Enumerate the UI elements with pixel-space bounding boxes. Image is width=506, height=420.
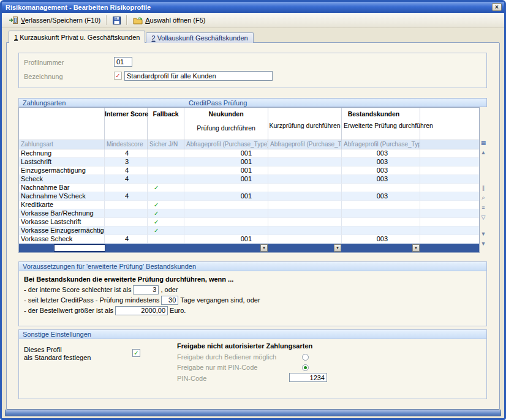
cell-fallback[interactable]: ✓ [148,218,184,227]
cell-fallback[interactable]: ✓ [148,184,184,192]
scroll-up-icon[interactable]: ▲ [480,149,487,156]
table-row[interactable]: Nachnahme Bar✓ [19,184,479,192]
column-header-interner-score[interactable]: Interner Score [105,108,148,140]
column-header-neukunden[interactable]: Neukunden Prüfung durchführen [184,108,268,140]
caption-abfrageprofil-erweitert[interactable]: Abfrageprofil (Purchase_Type) [342,140,420,149]
cell-fallback[interactable] [148,175,184,184]
option-bediener-radio[interactable] [302,354,309,361]
cell-filler[interactable] [420,192,479,201]
cell-kurz[interactable] [268,209,342,218]
cell-kurz[interactable] [268,175,342,184]
cell-kurz[interactable] [268,192,342,201]
cell-kurz[interactable] [268,158,342,167]
table-row[interactable]: Vorkasse Scheck4001003 [19,235,479,244]
bezeichnung-input[interactable] [124,71,273,81]
open-selection-button[interactable]: Auswahl öffnen (F5) [129,14,209,26]
cell-fallback[interactable]: ✓ [148,201,184,209]
cell-kurz[interactable] [268,227,342,235]
cell-fallback[interactable]: ✓ [148,209,184,218]
cell-zahlungsart[interactable]: Nachnahme VScheck [19,192,105,201]
table-row[interactable]: Kreditkarte✓ [19,201,479,209]
cell-erweitert[interactable] [342,227,420,235]
pin-code-input[interactable] [289,373,327,382]
cell-neukunden[interactable] [184,201,268,209]
cell-mindestscore[interactable]: 4 [105,175,148,184]
cell-erweitert[interactable]: 003 [342,235,420,244]
caption-sicher-jn[interactable]: Sicher J/N [148,140,184,149]
cell-zahlungsart[interactable]: Nachnahme Bar [19,184,105,192]
cell-neukunden[interactable] [184,227,268,235]
cell-zahlungsart[interactable]: Lastschrift [19,158,105,167]
purchase-type-dropdown-kurz[interactable]: ▼ [334,244,341,252]
cell-filler[interactable] [420,235,479,244]
columns-icon[interactable]: ∥ [480,184,487,192]
table-row[interactable]: Rechnung4001003 [19,149,479,158]
cell-kurz[interactable] [268,218,342,227]
cell-filler[interactable] [420,227,479,235]
search-icon[interactable]: ⌕ [480,194,487,201]
cell-neukunden[interactable] [184,218,268,227]
caption-abfrageprofil-neukunden[interactable]: Abfrageprofil (Purchase_Type) [184,140,268,149]
cell-kurz[interactable] [268,184,342,192]
cell-erweitert[interactable] [342,218,420,227]
cell-mindestscore[interactable]: 4 [105,235,148,244]
cell-mindestscore[interactable]: 3 [105,158,148,167]
cell-filler[interactable] [420,201,479,209]
cell-zahlungsart[interactable]: Vorkasse Bar/Rechnung [19,209,105,218]
cell-mindestscore[interactable]: 4 [105,167,148,175]
cell-neukunden[interactable]: 001 [184,235,268,244]
cell-zahlungsart[interactable]: Scheck [19,175,105,184]
table-row[interactable]: Nachnahme VScheck4001003 [19,192,479,201]
cell-zahlungsart[interactable]: Einzugsermächtigung [19,167,105,175]
cell-mindestscore[interactable]: 4 [105,149,148,158]
cell-zahlungsart[interactable]: Rechnung [19,149,105,158]
cell-mindestscore[interactable]: 4 [105,192,148,201]
cell-erweitert[interactable] [342,184,420,192]
active-cell-editor[interactable] [54,244,105,252]
cell-kurz[interactable] [268,201,342,209]
cell-neukunden[interactable]: 001 [184,167,268,175]
browse-table-icon[interactable]: ▦ [480,139,487,146]
order-value-input[interactable] [115,306,168,315]
cell-filler[interactable] [420,175,479,184]
cell-mindestscore[interactable] [105,218,148,227]
cell-mindestscore[interactable] [105,227,148,235]
caption-zahlungsart[interactable]: Zahlungsart [19,140,105,149]
cell-neukunden[interactable]: 001 [184,158,268,167]
cell-fallback[interactable] [148,149,184,158]
cell-mindestscore[interactable] [105,184,148,192]
cell-kurz[interactable] [268,149,342,158]
cell-zahlungsart[interactable]: Vorkasse Scheck [19,235,105,244]
table-row[interactable]: Lastschrift3001003 [19,158,479,167]
cell-zahlungsart[interactable]: Vorkasse Lastschrift [19,218,105,227]
cell-filler[interactable] [420,158,479,167]
cell-zahlungsart[interactable]: Vorkasse Einzugsermächtigung [19,227,105,235]
cell-fallback[interactable] [148,167,184,175]
cell-neukunden[interactable] [184,209,268,218]
cell-neukunden[interactable] [184,184,268,192]
bezeichnung-modified-flag-icon[interactable]: ✓ [114,72,122,80]
option-pin-radio[interactable] [302,364,309,371]
tab-vollauskunft[interactable]: 2 Vollauskunft Geschäftskunden [146,32,253,43]
cell-neukunden[interactable]: 001 [184,192,268,201]
table-row[interactable]: Vorkasse Einzugsermächtigung✓ [19,227,479,235]
cell-fallback[interactable] [148,235,184,244]
cell-mindestscore[interactable] [105,201,148,209]
profilnummer-input[interactable] [114,57,132,67]
cell-neukunden[interactable]: 001 [184,149,268,158]
table-row[interactable]: Einzugsermächtigung4001003 [19,167,479,175]
score-threshold-input[interactable] [133,285,159,294]
cell-kurz[interactable] [268,235,342,244]
cell-erweitert[interactable] [342,209,420,218]
column-header-fallback[interactable]: Fallback [148,108,184,140]
cell-fallback[interactable]: ✓ [148,227,184,235]
save-button[interactable] [109,14,124,26]
cell-filler[interactable] [420,184,479,192]
cell-kurz[interactable] [268,167,342,175]
title-bar[interactable]: Risikomanagement - Bearbeiten Risikoprof… [2,2,504,13]
cell-fallback[interactable] [148,158,184,167]
exit-save-button[interactable]: Verlassen/Speichern (F10) [5,14,104,26]
caption-mindestscore[interactable]: Mindestscore [105,140,148,149]
sort-icon[interactable]: ≡ [480,204,487,211]
cell-fallback[interactable] [148,192,184,201]
